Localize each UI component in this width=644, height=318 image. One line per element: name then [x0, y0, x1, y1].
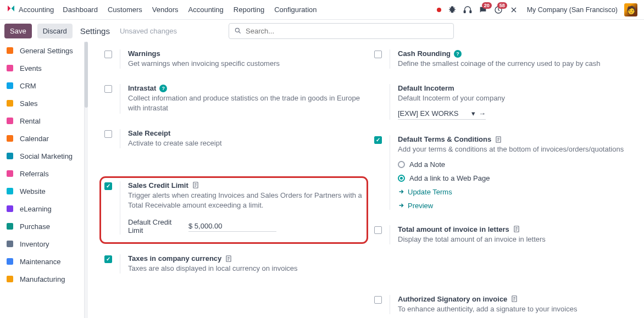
help-icon[interactable]: ?: [159, 85, 167, 92]
sidebar-item-label: Referrals: [20, 170, 49, 178]
setting-default-incoterm: Default Incoterm Default Incoterm of you…: [374, 84, 633, 120]
page-title: Settings: [80, 26, 110, 36]
sidebar-item-calendar[interactable]: Calendar: [0, 130, 84, 147]
save-button[interactable]: Save: [4, 24, 32, 38]
sidebar-item-website[interactable]: Website: [0, 182, 84, 200]
intrastat-checkbox[interactable]: [104, 85, 112, 93]
discard-button[interactable]: Discard: [37, 24, 73, 38]
status-dot-icon[interactable]: [437, 8, 441, 12]
sidebar-item-label: Maintenance: [20, 258, 60, 266]
preview-label: Preview: [408, 202, 433, 210]
terms-option-note[interactable]: Add a Note: [398, 160, 633, 169]
svg-rect-4: [7, 47, 13, 54]
sidebar-item-label: Events: [20, 64, 42, 72]
taxes-company-currency-desc: Taxes are also displayed in local curren…: [128, 264, 363, 274]
cash-rounding-checkbox[interactable]: [374, 51, 382, 58]
default-credit-limit-label: Default Credit Limit: [128, 218, 177, 235]
nav-dashboard[interactable]: Dashboard: [63, 5, 98, 14]
navbar-right: 20 58 My Company (San Francisco) 🧑: [437, 3, 637, 16]
sidebar-item-label: Purchase: [20, 222, 50, 231]
svg-rect-12: [7, 188, 13, 194]
setting-sale-receipt: Sale Receipt Activate to create sale rec…: [104, 129, 363, 148]
sidebar-item-manufacturing[interactable]: Manufacturing: [0, 270, 84, 288]
company-switcher[interactable]: My Company (San Francisco): [527, 6, 618, 14]
sales-credit-limit-checkbox[interactable]: [104, 182, 112, 190]
messages-icon[interactable]: 20: [479, 5, 487, 14]
nav-vendors[interactable]: Vendors: [152, 5, 179, 14]
app-brand[interactable]: Accounting: [7, 4, 54, 15]
taxes-company-currency-title: Taxes in company currency: [128, 254, 221, 263]
update-terms-link[interactable]: Update Terms: [398, 188, 633, 196]
sidebar-item-sales[interactable]: Sales: [0, 94, 84, 112]
intrastat-title: Intrastat: [128, 84, 156, 92]
sidebar-item-rental[interactable]: Rental: [0, 112, 84, 130]
caret-down-icon: ▾: [471, 109, 475, 118]
default-incoterm-select[interactable]: [EXW] EX WORKS ▾ →: [398, 108, 486, 120]
warnings-checkbox[interactable]: [104, 51, 112, 58]
setting-warnings: Warnings Get warnings when invoicing spe…: [104, 49, 363, 69]
brand-icon: [7, 4, 15, 15]
doc-icon[interactable]: [225, 255, 232, 263]
user-avatar[interactable]: 🧑: [624, 3, 637, 16]
activities-badge: 58: [497, 2, 507, 9]
nav-customers[interactable]: Customers: [108, 5, 142, 14]
cash-rounding-desc: Define the smallest coinage of the curre…: [398, 59, 633, 69]
default-terms-checkbox[interactable]: [374, 136, 382, 144]
total-letters-checkbox[interactable]: [374, 226, 382, 234]
default-credit-limit-input[interactable]: $ 5,000.00: [188, 221, 276, 232]
nav-accounting[interactable]: Accounting: [188, 5, 224, 14]
setting-total-letters: Total amount of invoice in letters Displ…: [374, 225, 633, 244]
sidebar-item-elearning[interactable]: eLearning: [0, 200, 84, 217]
top-navbar: Accounting Dashboard Customers Vendors A…: [0, 0, 644, 20]
bug-icon[interactable]: [448, 5, 457, 14]
default-incoterm-desc: Default Incoterm of your company: [398, 93, 633, 103]
module-icon: [5, 99, 14, 108]
sidebar-item-referrals[interactable]: Referrals: [0, 165, 84, 182]
activities-icon[interactable]: 58: [494, 5, 503, 14]
doc-icon[interactable]: [513, 225, 520, 233]
setting-default-terms: Default Terms & Conditions Add your term…: [374, 135, 633, 209]
sidebar-item-general-settings[interactable]: General Settings: [0, 42, 84, 59]
authorized-signatory-checkbox[interactable]: [374, 296, 382, 304]
sidebar-item-crm[interactable]: CRM: [0, 77, 84, 94]
nav-reporting[interactable]: Reporting: [234, 5, 264, 14]
search-input[interactable]: [229, 23, 454, 39]
help-icon[interactable]: ?: [454, 50, 462, 58]
doc-icon[interactable]: [192, 181, 199, 189]
sidebar-item-label: Rental: [20, 117, 41, 125]
terms-option-note-label: Add a Note: [409, 160, 445, 169]
default-terms-desc: Add your terms & conditions at the botto…: [398, 144, 633, 154]
settings-sidebar: General SettingsEventsCRMSalesRentalCale…: [0, 42, 85, 318]
doc-icon[interactable]: [510, 295, 518, 303]
setting-taxes-company-currency: Taxes in company currency Taxes are also…: [104, 254, 363, 274]
sidebar-scrollbar[interactable]: [85, 42, 88, 318]
setting-sales-credit-limit: Sales Credit Limit Trigger alerts when c…: [104, 181, 363, 239]
sidebar-item-events[interactable]: Events: [0, 59, 84, 77]
settings-left-column: Warnings Get warnings when invoicing spe…: [104, 49, 363, 314]
search-icon: [234, 27, 242, 35]
sidebar-item-label: eLearning: [20, 205, 52, 213]
sidebar-item-maintenance[interactable]: Maintenance: [0, 253, 84, 270]
svg-rect-9: [7, 135, 13, 142]
nav-configuration[interactable]: Configuration: [274, 5, 317, 14]
messages-badge: 20: [482, 2, 492, 9]
sale-receipt-checkbox[interactable]: [104, 130, 112, 138]
tools-icon[interactable]: [509, 5, 518, 14]
sidebar-item-purchase[interactable]: Purchase: [0, 217, 84, 235]
doc-icon[interactable]: [495, 136, 502, 143]
sidebar-item-inventory[interactable]: Inventory: [0, 235, 84, 253]
authorized-signatory-desc: To enhance authenticity, add a signature…: [398, 304, 633, 314]
terms-option-link[interactable]: Add a link to a Web Page: [398, 174, 633, 182]
svg-rect-17: [7, 276, 13, 282]
sidebar-item-social-marketing[interactable]: Social Marketing: [0, 147, 84, 165]
preview-link[interactable]: Preview: [398, 202, 633, 210]
svg-rect-1: [470, 10, 471, 13]
action-bar: Save Discard Settings Unsaved changes: [0, 20, 644, 42]
headset-icon[interactable]: [463, 5, 472, 14]
sales-credit-limit-desc: Trigger alerts when creating Invoices an…: [128, 191, 363, 210]
cash-rounding-title: Cash Rounding: [398, 49, 451, 58]
taxes-company-currency-checkbox[interactable]: [104, 255, 112, 263]
svg-rect-16: [7, 258, 13, 265]
external-link-icon[interactable]: →: [479, 109, 486, 118]
radio-icon: [398, 175, 405, 182]
